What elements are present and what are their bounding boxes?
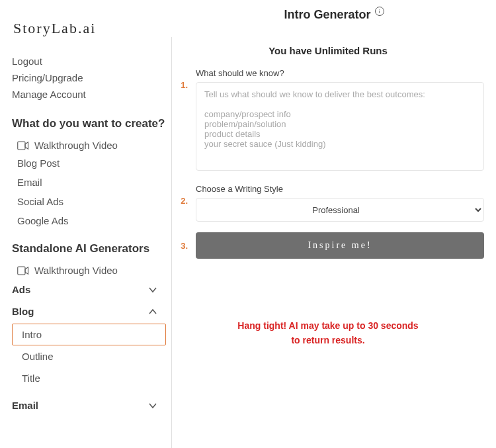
create-google-ads[interactable]: Google Ads xyxy=(12,211,166,230)
runs-text: You have Unlimited Runs xyxy=(172,45,484,56)
category-blog-label: Blog xyxy=(12,306,34,317)
section-standalone-title: Standalone AI Generators xyxy=(12,242,166,255)
wait-line-1: Hang tight! AI may take up to 30 seconds xyxy=(172,318,484,333)
walkthrough-label: Walkthrough Video xyxy=(34,140,118,151)
sidebar: Logout Pricing/Upgrade Manage Account Wh… xyxy=(0,37,172,448)
chevron-down-icon xyxy=(147,285,158,295)
video-icon xyxy=(17,141,29,150)
walkthrough-video-2[interactable]: Walkthrough Video xyxy=(12,262,166,279)
video-icon xyxy=(17,266,29,275)
category-email-label: Email xyxy=(12,400,38,411)
category-ads[interactable]: Ads xyxy=(12,279,166,300)
category-blog[interactable]: Blog xyxy=(12,300,166,322)
svg-rect-0 xyxy=(18,142,25,150)
wait-message: Hang tight! AI may take up to 30 seconds… xyxy=(172,318,484,348)
writing-style-select[interactable]: Professional xyxy=(196,198,484,222)
svg-rect-1 xyxy=(18,267,25,275)
walkthrough-label: Walkthrough Video xyxy=(34,265,118,276)
chevron-up-icon xyxy=(147,306,158,317)
step-1-number: 1. xyxy=(172,68,188,90)
context-textarea[interactable] xyxy=(196,82,484,171)
main-content: You have Unlimited Runs 1. What should w… xyxy=(172,37,496,448)
blog-intro[interactable]: Intro xyxy=(12,324,166,345)
step-3-number: 3. xyxy=(172,241,188,251)
step-2-number: 2. xyxy=(172,184,188,206)
create-blog-post[interactable]: Blog Post xyxy=(12,154,166,173)
create-email[interactable]: Email xyxy=(12,173,166,192)
logout-link[interactable]: Logout xyxy=(12,53,166,69)
wait-line-2: to return results. xyxy=(172,333,484,347)
q1-label: What should we know? xyxy=(196,68,484,78)
create-social-ads[interactable]: Social Ads xyxy=(12,192,166,211)
page-title: Intro Generator xyxy=(284,8,370,22)
info-icon[interactable]: i xyxy=(375,7,384,16)
q2-label: Choose a Writing Style xyxy=(196,184,484,194)
walkthrough-video-1[interactable]: Walkthrough Video xyxy=(12,137,166,154)
chevron-down-icon xyxy=(147,400,158,411)
logo: StoryLab.ai xyxy=(0,0,172,37)
manage-account-link[interactable]: Manage Account xyxy=(12,86,166,103)
blog-title[interactable]: Title xyxy=(12,367,166,389)
inspire-button[interactable]: Inspire me! xyxy=(196,232,484,259)
pricing-link[interactable]: Pricing/Upgrade xyxy=(12,69,166,86)
section-create-title: What do you want to create? xyxy=(12,117,166,130)
category-ads-label: Ads xyxy=(12,284,30,295)
category-email[interactable]: Email xyxy=(12,394,166,416)
blog-outline[interactable]: Outline xyxy=(12,345,166,367)
